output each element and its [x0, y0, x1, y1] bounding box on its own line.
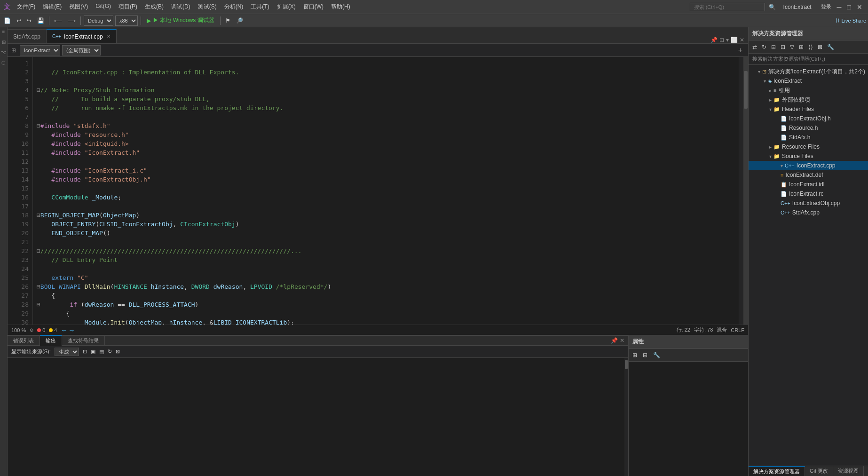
sol-props-btn[interactable]: ⊞ — [797, 43, 805, 51]
tab-close-btn[interactable]: ✕ — [107, 34, 110, 39]
bottom-panel-pin-icon[interactable]: 📌 — [611, 337, 618, 344]
save-btn[interactable]: 💾 — [35, 16, 46, 25]
live-share-btn[interactable]: ⟨⟩ Live Share — [836, 17, 866, 24]
activity-solution-icon[interactable]: ≡ — [0, 29, 7, 36]
nav-arrows[interactable]: ← → — [61, 326, 75, 334]
tree-file-iconextract-idl[interactable]: 📋 IconExtract.idl — [749, 180, 868, 189]
output-toolbar-btn2[interactable]: ▣ — [91, 349, 95, 355]
sol-tab-resource-view[interactable]: 资源视图 — [833, 466, 864, 476]
activity-git-icon[interactable]: ⌥ — [0, 50, 7, 56]
solution-toolbar: ⇄ ↻ ⊟ ⊡ ▽ ⊞ ⟨⟩ ⊠ 🔧 — [749, 40, 868, 54]
sol-tab-git-changes[interactable]: Git 更改 — [805, 466, 833, 476]
window-close-btn[interactable]: ✕ — [855, 3, 864, 11]
undo2-btn[interactable]: ⟵ — [52, 16, 64, 25]
props-search-btn[interactable]: 🔧 — [651, 351, 662, 359]
find-btn[interactable]: 🔎 — [234, 16, 245, 25]
tab-error-list[interactable]: 错误列表 — [8, 335, 40, 346]
menu-debug[interactable]: 调试(D) — [168, 2, 193, 12]
tree-external-deps[interactable]: ▸ 📁 外部依赖项 — [749, 95, 868, 104]
window-maximize-btn[interactable]: □ — [845, 3, 853, 11]
tab-pin-icon[interactable]: 📌 — [710, 37, 718, 43]
sol-collapse-btn[interactable]: ⊟ — [769, 43, 778, 51]
props-sort-btn[interactable]: ⊟ — [641, 351, 649, 359]
undo-btn[interactable]: ↩ — [15, 16, 23, 25]
menu-tools[interactable]: 工具(T) — [248, 2, 272, 12]
login-label[interactable]: 登录 — [819, 3, 833, 11]
tree-file-iconextract-rc[interactable]: 📄 IconExtract.rc — [749, 189, 868, 198]
menu-git[interactable]: Git(G) — [93, 2, 114, 12]
tree-source-files[interactable]: ▾ 📁 Source Files — [749, 151, 868, 161]
bookmark-btn[interactable]: ⚑ — [223, 16, 232, 25]
menu-analyze[interactable]: 分析(N) — [221, 2, 246, 12]
tree-references[interactable]: ▸ ■ 引用 — [749, 86, 868, 95]
tab-close-panel-icon[interactable]: ✕ — [740, 37, 744, 43]
bottom-panel-close-icon[interactable]: ✕ — [620, 337, 624, 344]
next-arrow[interactable]: → — [68, 326, 75, 334]
code-editor[interactable]: 1234567891011121314151617181920212223242… — [8, 57, 748, 325]
tree-file-iconextract-def[interactable]: ≡ IconExtract.def — [749, 170, 868, 180]
output-source-select[interactable]: 生成 — [55, 348, 79, 356]
window-minimize-btn[interactable]: ─ — [835, 3, 844, 11]
sol-refresh-btn[interactable]: ↻ — [760, 43, 768, 51]
new-file-btn[interactable]: 📄 — [2, 16, 13, 25]
start-debug-btn[interactable]: ▶ ▶ 本地 Windows 调试器 — [144, 16, 217, 25]
menu-build[interactable]: 生成(B) — [142, 2, 166, 12]
props-grid-btn[interactable]: ⊞ — [631, 351, 639, 359]
sol-code-btn[interactable]: ⟨⟩ — [806, 43, 815, 51]
tree-file-stdafx-h[interactable]: 📄 StdAfx.h — [749, 133, 868, 142]
sol-sync-btn[interactable]: ⇄ — [750, 43, 759, 51]
redo-btn[interactable]: ↪ — [25, 16, 33, 25]
tab-stdafx[interactable]: StdAfx.cpp — [8, 29, 47, 43]
redo2-btn[interactable]: ⟶ — [66, 16, 78, 25]
tab-output[interactable]: 输出 — [40, 335, 62, 346]
zoom-label[interactable]: 100 % — [11, 327, 26, 333]
context-select[interactable]: IconExtract — [20, 45, 60, 56]
tree-project[interactable]: ▾ ◈ IconExtract — [749, 76, 868, 86]
menu-test[interactable]: 测试(S) — [195, 2, 220, 12]
prev-arrow[interactable]: ← — [61, 326, 67, 334]
menu-help[interactable]: 帮助(H) — [328, 2, 353, 12]
platform-select[interactable]: x86 — [115, 16, 138, 26]
sol-tab-solution-explorer[interactable]: 解决方案资源管理器 — [749, 466, 805, 476]
menu-extensions[interactable]: 扩展(X) — [274, 2, 299, 12]
external-deps-label: 外部依赖项 — [782, 96, 810, 104]
tab-overflow-icon[interactable]: ▾ — [726, 37, 729, 43]
debug-config-select[interactable]: Debug — [84, 16, 113, 26]
menu-edit[interactable]: 编辑(E) — [40, 2, 64, 12]
activity-debug-icon[interactable]: ⬡ — [0, 60, 7, 67]
global-search-input[interactable] — [690, 3, 765, 11]
menu-file[interactable]: 文件(F) — [14, 2, 38, 12]
activity-search-icon[interactable]: ⊞ — [0, 40, 7, 46]
sol-filter-btn[interactable]: ▽ — [788, 43, 796, 51]
tree-file-resource-h[interactable]: 📄 Resource.h — [749, 123, 868, 133]
sol-maximize-btn[interactable]: 🔧 — [825, 43, 836, 51]
output-toolbar-btn1[interactable]: ⊡ — [83, 349, 87, 355]
code-content[interactable]: // IconExtract.cpp : Implementation of D… — [33, 57, 739, 325]
tab-split-icon[interactable]: ⊡ — [719, 37, 724, 43]
tab-iconextract[interactable]: C++ IconExtract.cpp ✕ — [47, 29, 117, 43]
sol-preview-btn[interactable]: ⊠ — [816, 43, 824, 51]
menu-window[interactable]: 窗口(W) — [300, 2, 326, 12]
vertical-scrollbar[interactable] — [743, 57, 748, 325]
nav-plus-btn[interactable]: + — [734, 46, 746, 55]
separator-3 — [141, 16, 141, 25]
tree-file-iconextract-cpp[interactable]: ▾ C++ IconExtract.cpp — [749, 161, 868, 170]
output-toolbar-btn3[interactable]: ▤ — [99, 349, 104, 355]
output-toolbar-btn4[interactable]: ↻ — [108, 349, 112, 355]
tab-maximize-icon[interactable]: ⬜ — [731, 37, 738, 43]
tree-file-iconextractobj-cpp[interactable]: C++ IconExtractObj.cpp — [749, 198, 868, 208]
error-count[interactable]: 0 — [37, 327, 45, 333]
tree-header-files[interactable]: ▾ 📁 Header Files — [749, 104, 868, 114]
tree-solution-root[interactable]: ▾ ⊡ 解决方案'IconExtract'(1个项目，共2个) — [749, 67, 868, 76]
output-toolbar-btn5[interactable]: ⊠ — [116, 349, 120, 355]
warning-count[interactable]: 4 — [49, 327, 57, 333]
menu-view[interactable]: 视图(V) — [66, 2, 91, 12]
menu-project[interactable]: 项目(P) — [116, 2, 140, 12]
tab-find-symbols[interactable]: 查找符号结果 — [62, 335, 105, 346]
tree-resource-files[interactable]: ▸ 📁 Resource Files — [749, 142, 868, 151]
scope-select[interactable]: (全局范围) — [62, 45, 101, 56]
solution-search-box[interactable]: 搜索解决方案资源管理器(Ctrl+;) — [749, 54, 868, 65]
sol-show-all-btn[interactable]: ⊡ — [779, 43, 787, 51]
tree-file-iconextractobj-h[interactable]: 📄 IconExtractObj.h — [749, 114, 868, 123]
tree-file-stdafx-cpp[interactable]: C++ StdAfx.cpp — [749, 208, 868, 217]
